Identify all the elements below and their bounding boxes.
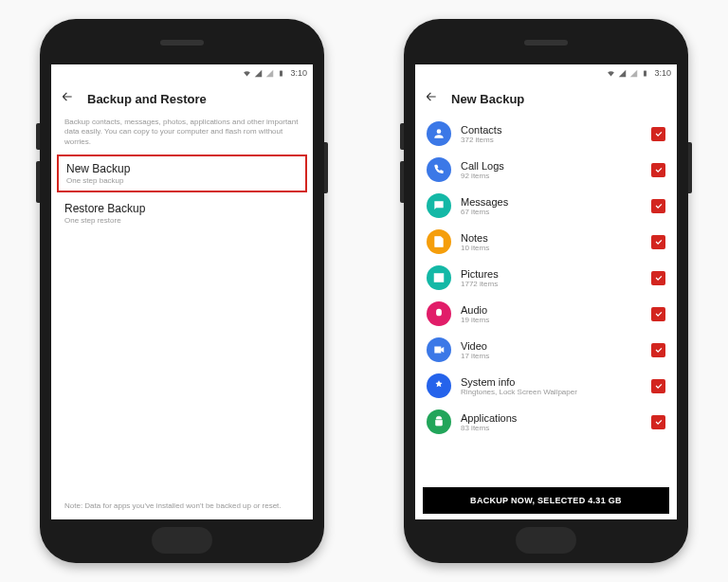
item-checkbox[interactable] [651, 343, 665, 357]
item-label: Video [461, 340, 642, 352]
system-icon [427, 373, 451, 398]
restore-backup-option[interactable]: Restore Backup One step restore [51, 194, 313, 232]
item-label: Contacts [461, 124, 642, 136]
item-label: Call Logs [461, 160, 642, 172]
item-label: Notes [461, 232, 642, 244]
phone-right: 3:10 New Backup Contacts372 itemsCall Lo… [404, 19, 688, 563]
notes-icon [427, 229, 451, 254]
pictures-icon [427, 265, 451, 290]
item-label: Audio [461, 304, 642, 316]
item-checkbox[interactable] [651, 307, 665, 321]
back-button[interactable] [425, 90, 438, 107]
item-checkbox[interactable] [651, 379, 665, 393]
page-title: Backup and Restore [87, 92, 207, 106]
item-label: Pictures [461, 268, 642, 280]
list-item[interactable]: Applications83 items [415, 404, 677, 440]
new-backup-option[interactable]: New Backup One step backup [57, 155, 307, 192]
backup-now-button[interactable]: BACKUP NOW, SELECTED 4.31 GB [423, 487, 669, 514]
footer-note: Note: Data for apps you've installed won… [64, 501, 300, 510]
list-item[interactable]: Video17 items [415, 332, 677, 368]
status-time: 3:10 [290, 68, 307, 78]
video-icon [427, 337, 451, 362]
list-item[interactable]: System infoRingtones, Lock Screen Wallpa… [415, 368, 677, 404]
item-label: Applications [461, 412, 642, 424]
list-item[interactable]: Pictures1772 items [415, 260, 677, 296]
signal-icon [618, 69, 627, 78]
item-count: 372 items [461, 136, 642, 144]
phone-left: 3:10 Backup and Restore Backup contacts,… [40, 19, 324, 563]
item-checkbox[interactable] [651, 235, 665, 249]
svg-rect-1 [644, 70, 646, 76]
signal-icon-2 [265, 69, 274, 78]
item-count: Ringtones, Lock Screen Wallpaper [461, 388, 642, 396]
item-checkbox[interactable] [651, 415, 665, 429]
list-item[interactable]: Audio19 items [415, 296, 677, 332]
svg-point-2 [438, 312, 440, 314]
status-time: 3:10 [654, 68, 671, 78]
item-label: System info [461, 376, 642, 388]
message-icon [427, 193, 451, 218]
option-title: New Backup [66, 162, 298, 175]
list-item[interactable]: Notes10 items [415, 224, 677, 260]
battery-icon [277, 69, 285, 78]
list-item[interactable]: Call Logs92 items [415, 152, 677, 188]
list-item[interactable]: Contacts372 items [415, 116, 677, 152]
back-button[interactable] [61, 90, 74, 107]
screen-left: 3:10 Backup and Restore Backup contacts,… [51, 64, 313, 519]
item-checkbox[interactable] [651, 163, 665, 177]
item-count: 83 items [461, 424, 642, 432]
item-checkbox[interactable] [651, 127, 665, 141]
status-bar: 3:10 [51, 64, 313, 82]
app-bar: Backup and Restore [51, 82, 313, 116]
status-bar: 3:10 [415, 64, 677, 82]
phone-icon [427, 157, 451, 182]
item-count: 92 items [461, 172, 642, 180]
signal-icon-2 [629, 69, 638, 78]
signal-icon [254, 69, 263, 78]
contacts-icon [427, 121, 451, 146]
item-count: 1772 items [461, 280, 642, 288]
audio-icon [427, 301, 451, 326]
option-subtitle: One step restore [64, 216, 300, 225]
item-checkbox[interactable] [651, 271, 665, 285]
backup-category-list: Contacts372 itemsCall Logs92 itemsMessag… [415, 116, 677, 483]
wifi-icon [607, 69, 615, 78]
apps-icon [427, 409, 451, 434]
item-label: Messages [461, 196, 642, 208]
item-count: 19 items [461, 316, 642, 324]
back-arrow-icon [61, 90, 74, 103]
screen-right: 3:10 New Backup Contacts372 itemsCall Lo… [415, 64, 677, 519]
app-bar: New Backup [415, 82, 677, 116]
list-item[interactable]: Messages67 items [415, 188, 677, 224]
item-count: 17 items [461, 352, 642, 360]
back-arrow-icon [425, 90, 438, 103]
page-title: New Backup [451, 92, 524, 106]
option-title: Restore Backup [64, 202, 300, 215]
wifi-icon [243, 69, 251, 78]
battery-icon [641, 69, 649, 78]
item-checkbox[interactable] [651, 199, 665, 213]
item-count: 67 items [461, 208, 642, 216]
page-description: Backup contacts, messages, photos, appli… [51, 116, 313, 153]
svg-rect-0 [280, 70, 282, 76]
option-subtitle: One step backup [66, 176, 298, 185]
item-count: 10 items [461, 244, 642, 252]
